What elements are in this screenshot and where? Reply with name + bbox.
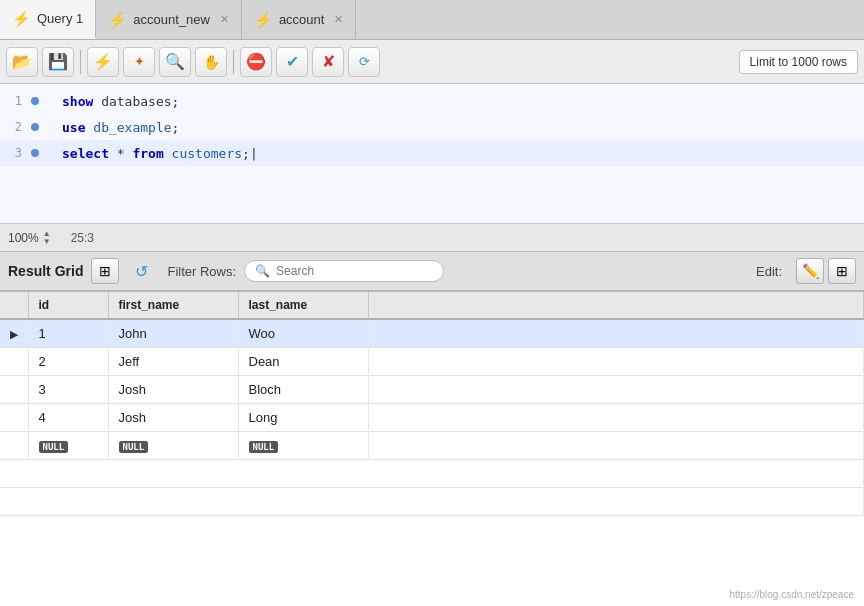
zoom-arrows[interactable]: ▲ ▼ bbox=[43, 230, 51, 246]
search-input[interactable] bbox=[276, 264, 433, 278]
null-lname[interactable]: NULL bbox=[238, 432, 368, 460]
execute-current-button[interactable]: ✦ bbox=[123, 47, 155, 77]
row-arrow bbox=[0, 348, 28, 376]
table-row[interactable]: ▶ 1 John Woo bbox=[0, 319, 864, 348]
null-fname[interactable]: NULL bbox=[108, 432, 238, 460]
line-dot-3 bbox=[28, 149, 42, 157]
th-id[interactable]: id bbox=[28, 292, 108, 319]
cell-last-name[interactable]: Dean bbox=[238, 348, 368, 376]
table-row[interactable]: 2 Jeff Dean bbox=[0, 348, 864, 376]
cursor-position: 25:3 bbox=[71, 231, 94, 245]
cell-first-name[interactable]: Josh bbox=[108, 404, 238, 432]
empty-row bbox=[0, 488, 864, 516]
code-line-3: 3 select * from customers; bbox=[0, 140, 864, 166]
edit-grid-button[interactable]: ⊞ bbox=[828, 258, 856, 284]
toggle-button[interactable]: ⛔ bbox=[240, 47, 272, 77]
main-content: 📂 💾 ⚡ ✦ 🔍 ✋ ⛔ ✔ ✘ ⟳ Limit to 1000 rows 1… bbox=[0, 40, 864, 606]
table-row[interactable]: 4 Josh Long bbox=[0, 404, 864, 432]
watermark: https://blog.csdn.net/zpeace bbox=[729, 589, 854, 600]
editor-area[interactable]: 1 show databases; 2 use db_example; 3 bbox=[0, 84, 864, 224]
result-grid-label: Result Grid bbox=[8, 263, 83, 279]
th-first-name[interactable]: first_name bbox=[108, 292, 238, 319]
close-account[interactable]: ✕ bbox=[334, 13, 343, 26]
close-account-new[interactable]: ✕ bbox=[220, 13, 229, 26]
row-arrow: ▶ bbox=[0, 319, 28, 348]
edit-buttons: ✏️ ⊞ bbox=[796, 258, 856, 284]
cell-last-name[interactable]: Bloch bbox=[238, 376, 368, 404]
null-extra bbox=[368, 432, 864, 460]
line-num-1: 1 bbox=[0, 94, 28, 108]
cell-first-name[interactable]: John bbox=[108, 319, 238, 348]
edit-label: Edit: bbox=[756, 264, 782, 279]
null-arrow bbox=[0, 432, 28, 460]
tab-account-label: account bbox=[279, 12, 325, 27]
open-folder-button[interactable]: 📂 bbox=[6, 47, 38, 77]
code-text-3: select * from customers; bbox=[62, 146, 258, 161]
limit-box[interactable]: Limit to 1000 rows bbox=[739, 50, 858, 74]
zoom-control: 100% ▲ ▼ bbox=[8, 230, 51, 246]
table-row[interactable]: 3 Josh Bloch bbox=[0, 376, 864, 404]
separator-1 bbox=[80, 50, 81, 74]
filter-label: Filter Rows: bbox=[167, 264, 236, 279]
lightning-icon-3: ⚡ bbox=[254, 11, 273, 29]
search-box[interactable]: 🔍 bbox=[244, 260, 444, 282]
save-button[interactable]: 💾 bbox=[42, 47, 74, 77]
line-num-3: 3 bbox=[0, 146, 28, 160]
grid-view-button[interactable]: ⊞ bbox=[91, 258, 119, 284]
line-dot-1 bbox=[28, 97, 42, 105]
table-header-row: id first_name last_name bbox=[0, 292, 864, 319]
cell-id[interactable]: 3 bbox=[28, 376, 108, 404]
stop-button[interactable]: ✋ bbox=[195, 47, 227, 77]
refresh-results-button[interactable]: ↺ bbox=[127, 257, 155, 285]
tab-account-new[interactable]: ⚡ account_new ✕ bbox=[96, 0, 242, 39]
results-table: id first_name last_name ▶ 1 John Woo 2 J… bbox=[0, 292, 864, 516]
th-extra bbox=[368, 292, 864, 319]
cell-last-name[interactable]: Woo bbox=[238, 319, 368, 348]
row-arrow bbox=[0, 376, 28, 404]
cell-id[interactable]: 1 bbox=[28, 319, 108, 348]
data-table-wrapper: id first_name last_name ▶ 1 John Woo 2 J… bbox=[0, 292, 864, 606]
magnify-button[interactable]: 🔍 bbox=[159, 47, 191, 77]
check-button[interactable]: ✔ bbox=[276, 47, 308, 77]
code-line-1: 1 show databases; bbox=[0, 88, 864, 114]
cell-id[interactable]: 2 bbox=[28, 348, 108, 376]
line-dot-2 bbox=[28, 123, 42, 131]
cell-first-name[interactable]: Josh bbox=[108, 376, 238, 404]
cell-extra bbox=[368, 319, 864, 348]
edit-pencil-button[interactable]: ✏️ bbox=[796, 258, 824, 284]
empty-row bbox=[0, 460, 864, 488]
status-bar: 100% ▲ ▼ 25:3 bbox=[0, 224, 864, 252]
refresh-button[interactable]: ⟳ bbox=[348, 47, 380, 77]
lightning-icon-2: ⚡ bbox=[108, 11, 127, 29]
separator-2 bbox=[233, 50, 234, 74]
cell-extra bbox=[368, 348, 864, 376]
execute-button[interactable]: ⚡ bbox=[87, 47, 119, 77]
zoom-level: 100% bbox=[8, 231, 39, 245]
tab-query1[interactable]: ⚡ Query 1 bbox=[0, 0, 96, 39]
tab-query1-label: Query 1 bbox=[37, 11, 83, 26]
search-icon: 🔍 bbox=[255, 264, 270, 278]
row-arrow bbox=[0, 404, 28, 432]
code-text-2: use db_example; bbox=[62, 120, 179, 135]
code-lines: 1 show databases; 2 use db_example; 3 bbox=[0, 88, 864, 166]
code-line-2: 2 use db_example; bbox=[0, 114, 864, 140]
cell-extra bbox=[368, 376, 864, 404]
null-id[interactable]: NULL bbox=[28, 432, 108, 460]
tab-account[interactable]: ⚡ account ✕ bbox=[242, 0, 357, 39]
cell-extra bbox=[368, 404, 864, 432]
results-header: Result Grid ⊞ ↺ Filter Rows: 🔍 Edit: ✏️ … bbox=[0, 252, 864, 292]
tab-account-new-label: account_new bbox=[133, 12, 210, 27]
lightning-icon: ⚡ bbox=[12, 10, 31, 28]
cancel-button[interactable]: ✘ bbox=[312, 47, 344, 77]
cell-last-name[interactable]: Long bbox=[238, 404, 368, 432]
null-row[interactable]: NULL NULL NULL bbox=[0, 432, 864, 460]
cell-id[interactable]: 4 bbox=[28, 404, 108, 432]
th-arrow bbox=[0, 292, 28, 319]
cell-first-name[interactable]: Jeff bbox=[108, 348, 238, 376]
code-text-1: show databases; bbox=[62, 94, 179, 109]
toolbar: 📂 💾 ⚡ ✦ 🔍 ✋ ⛔ ✔ ✘ ⟳ Limit to 1000 rows bbox=[0, 40, 864, 84]
th-last-name[interactable]: last_name bbox=[238, 292, 368, 319]
line-num-2: 2 bbox=[0, 120, 28, 134]
tab-bar: ⚡ Query 1 ⚡ account_new ✕ ⚡ account ✕ bbox=[0, 0, 864, 40]
